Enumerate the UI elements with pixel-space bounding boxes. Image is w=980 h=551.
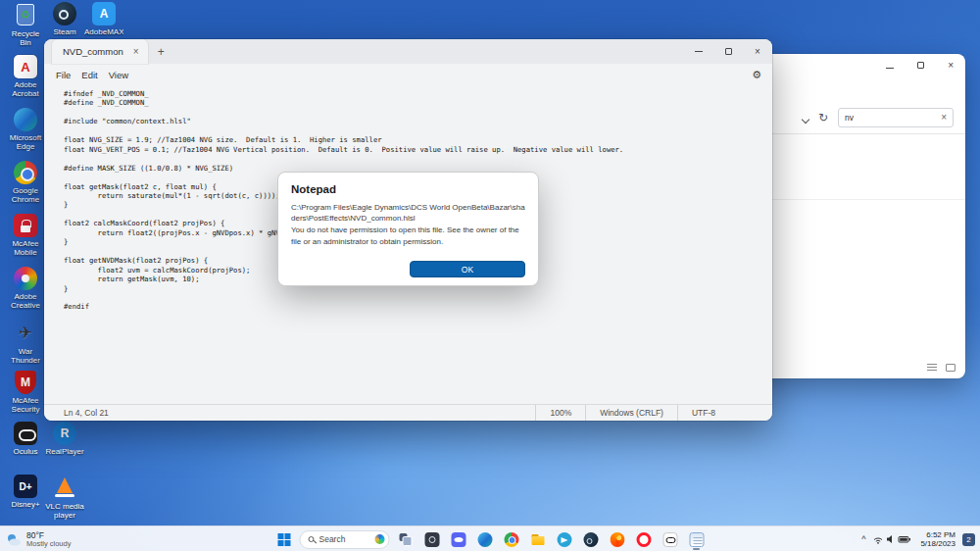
desktop-icon-label: Google Chrome	[6, 186, 45, 204]
clear-search-icon[interactable]: ×	[941, 112, 947, 123]
line-ending[interactable]: Windows (CRLF)	[585, 405, 677, 421]
vlc-cone-icon	[52, 475, 77, 500]
tab-close-icon[interactable]: ×	[133, 46, 139, 57]
desktop-icon-steam[interactable]: Steam	[45, 2, 84, 36]
settings-gear-icon[interactable]: ⚙	[752, 69, 761, 81]
new-tab-button[interactable]: +	[158, 45, 165, 59]
taskbar-icon-firefox[interactable]	[607, 528, 628, 550]
desktop-icon-acrobat[interactable]: A Adobe Acrobat	[6, 55, 45, 98]
search-text: nv	[845, 113, 854, 123]
taskbar-icon-oculus[interactable]	[660, 528, 681, 550]
thumbnail-view-icon[interactable]	[946, 364, 956, 372]
taskbar-icon-telegram[interactable]	[554, 528, 575, 550]
notepad-status-bar: Ln 4, Col 21 100% Windows (CRLF) UTF-8	[44, 404, 772, 421]
weather-widget[interactable]: 80°F Mostly cloudy	[6, 526, 71, 551]
bing-icon	[375, 534, 385, 544]
taskbar-icon-opera[interactable]	[633, 528, 655, 550]
cursor-position: Ln 4, Col 21	[44, 408, 109, 418]
desktop-icon-creative-cloud[interactable]: Adobe Creative Cloud	[6, 267, 45, 311]
maximize-button[interactable]	[713, 39, 743, 64]
permission-dialog: Notepad C:\Program Files\Eagle Dynamics\…	[277, 172, 539, 286]
menu-edit[interactable]: Edit	[81, 70, 97, 80]
tray-date: 5/18/2023	[920, 539, 956, 548]
desktop-icon-label: Microsoft Edge	[6, 133, 45, 151]
explorer-search-input[interactable]: nv ×	[838, 108, 954, 127]
notepad-icon	[689, 532, 704, 547]
maximize-button[interactable]	[917, 60, 924, 71]
notepad-tab-bar[interactable]: NVD_common × + ×	[44, 39, 772, 64]
dialog-file-path: C:\Program Files\Eagle Dynamics\DCS Worl…	[291, 202, 525, 224]
desktop-icon-realplayer[interactable]: R RealPlayer	[45, 422, 84, 456]
oculus-icon	[14, 422, 37, 445]
encoding[interactable]: UTF-8	[677, 405, 729, 421]
notepad-menu-bar: File Edit View ⚙	[44, 64, 772, 85]
taskbar-icon-task-view[interactable]	[395, 528, 416, 550]
desktop-icon-recycle-bin[interactable]: ♻ Recycle Bin	[6, 2, 45, 47]
desktop-icon-label: Disney+	[6, 500, 45, 509]
steam-icon	[583, 532, 598, 547]
opera-icon	[636, 532, 651, 547]
dialog-title: Notepad	[291, 183, 525, 195]
explorer-window-controls: ×	[886, 60, 954, 71]
close-button[interactable]: ×	[743, 39, 772, 64]
desktop-icon-label: McAfee Mobile Connect	[6, 239, 45, 258]
wifi-icon	[874, 538, 882, 540]
oculus-icon	[662, 532, 677, 547]
edge-icon	[14, 108, 37, 131]
system-tray: ^ 6:52 PM 5/18/2023 2	[861, 526, 975, 551]
desktop-icon-chrome[interactable]: Google Chrome	[6, 161, 45, 204]
mcafee-lock-icon	[14, 214, 37, 237]
desktop-icon-edge[interactable]: Microsoft Edge	[6, 108, 45, 151]
menu-file[interactable]: File	[56, 70, 71, 80]
volume-icon	[887, 535, 892, 543]
active-app-indicator	[693, 548, 700, 550]
search-icon	[309, 536, 315, 542]
dialog-message: You do not have permission to open this …	[291, 225, 525, 246]
chevron-down-icon[interactable]	[803, 109, 808, 126]
list-view-icon[interactable]	[927, 364, 937, 372]
ok-button[interactable]: OK	[410, 261, 525, 277]
desktop-icon-vlc[interactable]: VLC media player	[45, 475, 84, 520]
desktop-icon-mcafee[interactable]: M McAfee Security Scan	[6, 371, 45, 415]
refresh-icon[interactable]: ↻	[818, 112, 828, 124]
mcafee-shield-icon: M	[15, 371, 36, 394]
taskbar-icon-discord[interactable]	[448, 528, 469, 550]
taskbar-icon-steam[interactable]	[580, 528, 602, 550]
chrome-icon	[14, 161, 37, 184]
task-view-icon	[398, 532, 413, 547]
notification-badge[interactable]: 2	[962, 533, 975, 546]
menu-view[interactable]: View	[109, 70, 128, 80]
taskbar-icon-notepad[interactable]	[686, 528, 708, 550]
zoom-level[interactable]: 100%	[535, 405, 585, 421]
desktop-icon-adobemax[interactable]: A AdobeMAX	[84, 2, 123, 36]
taskbar-icon-edge[interactable]	[474, 528, 496, 550]
clock[interactable]: 6:52 PM 5/18/2023	[920, 530, 956, 548]
notepad-tab[interactable]: NVD_common ×	[52, 39, 148, 64]
desktop-icon-oculus[interactable]: Oculus	[6, 422, 45, 456]
chevron-up-icon[interactable]: ^	[861, 534, 865, 544]
weather-cloud-icon	[6, 532, 22, 546]
desktop-icon-label: AdobeMAX	[84, 27, 123, 36]
tab-title: NVD_common	[63, 46, 123, 57]
taskbar-icon-file-explorer[interactable]	[527, 528, 549, 550]
taskbar-icon-photos[interactable]	[421, 528, 443, 550]
desktop-icon-mcafee-connect[interactable]: McAfee Mobile Connect	[6, 214, 45, 258]
desktop-icon-disney-plus[interactable]: D+ Disney+	[6, 475, 45, 509]
minimize-button[interactable]	[684, 39, 713, 64]
recycle-bin-icon: ♻	[17, 4, 34, 25]
desktop-icon-label: Recycle Bin	[6, 29, 45, 47]
close-button[interactable]: ×	[948, 60, 954, 71]
adobemax-icon: A	[92, 2, 116, 25]
realplayer-icon: R	[53, 422, 76, 445]
firefox-icon	[610, 532, 624, 547]
tray-status-icons[interactable]	[872, 533, 913, 545]
desktop-icon-label: Oculus	[6, 447, 45, 456]
start-button[interactable]	[273, 528, 295, 550]
desktop-icon-label: VLC media player	[45, 502, 84, 520]
taskbar-center: Search	[273, 526, 708, 551]
minimize-button[interactable]	[886, 60, 894, 71]
taskbar-icon-chrome[interactable]	[501, 528, 522, 550]
desktop-icon-war-thunder[interactable]: ✈ War Thunder	[6, 320, 45, 365]
creative-cloud-icon	[14, 267, 37, 290]
taskbar-search[interactable]: Search	[300, 530, 390, 549]
